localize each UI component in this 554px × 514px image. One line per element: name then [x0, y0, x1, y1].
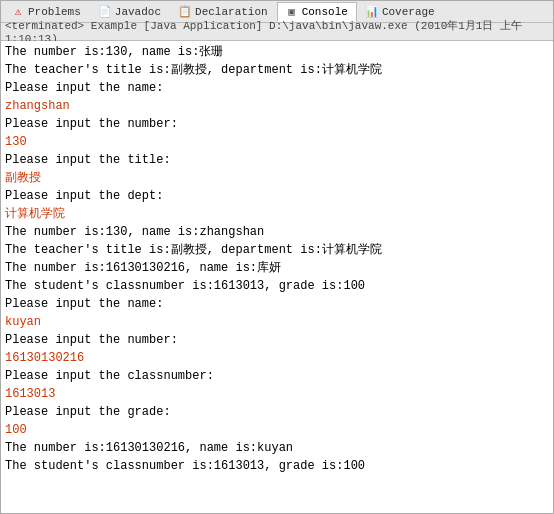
console-line-0: The number is:130, name is:张珊: [5, 43, 549, 61]
console-tab-icon: ▣: [286, 6, 298, 18]
javadoc-tab-label: Javadoc: [115, 6, 161, 18]
eclipse-window: ⚠Problems📄Javadoc📋Declaration▣Console📊Co…: [0, 0, 554, 514]
javadoc-tab-icon: 📄: [99, 6, 111, 18]
console-line-8: Please input the dept:: [5, 187, 549, 205]
coverage-tab-label: Coverage: [382, 6, 435, 18]
console-line-18: Please input the classnumber:: [5, 367, 549, 385]
console-line-9: 计算机学院: [5, 205, 549, 223]
console-line-22: The number is:16130130216, name is:kuyan: [5, 439, 549, 457]
console-line-16: Please input the number:: [5, 331, 549, 349]
console-line-14: Please input the name:: [5, 295, 549, 313]
status-bar: <terminated> Example [Java Application] …: [1, 23, 553, 41]
console-line-20: Please input the grade:: [5, 403, 549, 421]
console-line-23: The student's classnumber is:1613013, gr…: [5, 457, 549, 475]
console-line-6: Please input the title:: [5, 151, 549, 169]
console-line-1: The teacher's title is:副教授, department i…: [5, 61, 549, 79]
console-line-11: The teacher's title is:副教授, department i…: [5, 241, 549, 259]
console-line-2: Please input the name:: [5, 79, 549, 97]
console-line-10: The number is:130, name is:zhangshan: [5, 223, 549, 241]
console-line-13: The student's classnumber is:1613013, gr…: [5, 277, 549, 295]
console-line-5: 130: [5, 133, 549, 151]
console-line-4: Please input the number:: [5, 115, 549, 133]
console-tab-label: Console: [302, 6, 348, 18]
console-line-15: kuyan: [5, 313, 549, 331]
console-line-21: 100: [5, 421, 549, 439]
console-line-3: zhangshan: [5, 97, 549, 115]
console-line-12: The number is:16130130216, name is:库妍: [5, 259, 549, 277]
console-line-17: 16130130216: [5, 349, 549, 367]
problems-tab-label: Problems: [28, 6, 81, 18]
console-line-19: 1613013: [5, 385, 549, 403]
problems-tab-icon: ⚠: [12, 6, 24, 18]
declaration-tab-label: Declaration: [195, 6, 268, 18]
console-line-7: 副教授: [5, 169, 549, 187]
coverage-tab-icon: 📊: [366, 6, 378, 18]
console-output[interactable]: The number is:130, name is:张珊The teacher…: [1, 41, 553, 513]
declaration-tab-icon: 📋: [179, 6, 191, 18]
